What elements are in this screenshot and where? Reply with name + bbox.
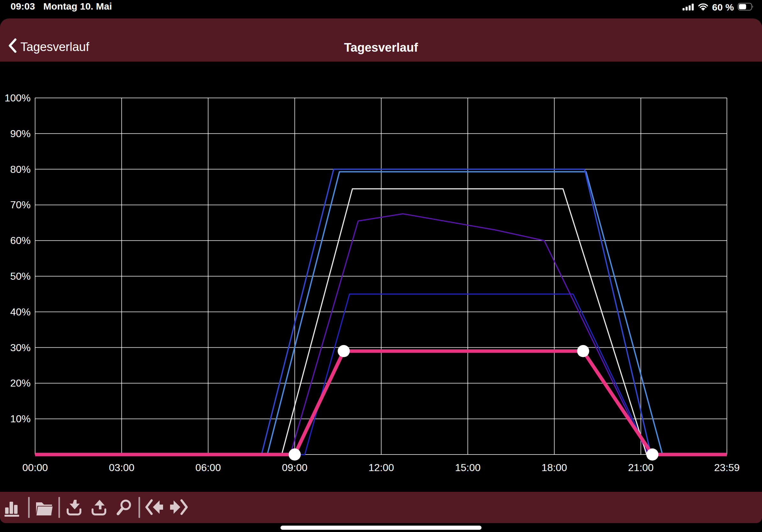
toolbar-separator <box>138 497 140 518</box>
chart-area[interactable]: 100%90%80%70%60%50%40%30%20%10%00:0003:0… <box>0 62 762 492</box>
bottom-strip <box>0 523 762 532</box>
y-axis-label: 90% <box>10 128 31 139</box>
zoom-icon <box>115 498 133 517</box>
x-axis-label: 03:00 <box>109 462 134 473</box>
series-selected-profile-marker[interactable] <box>289 448 301 461</box>
toolbar-separator <box>28 497 30 518</box>
zoom-button[interactable] <box>112 494 137 521</box>
cellular-signal-icon <box>683 2 694 13</box>
export-icon <box>90 498 109 517</box>
home-indicator[interactable] <box>280 526 482 530</box>
x-axis-label: 15:00 <box>455 462 481 473</box>
back-button[interactable]: Tagesverlauf <box>8 38 89 56</box>
y-axis-label: 30% <box>10 342 31 353</box>
x-axis-label: 18:00 <box>542 462 567 473</box>
step-forward-icon <box>170 498 189 517</box>
back-label: Tagesverlauf <box>21 40 89 54</box>
y-axis-label: 70% <box>10 199 31 211</box>
battery-percent: 60 % <box>712 2 734 13</box>
wifi-icon <box>698 2 708 13</box>
y-axis-label: 60% <box>10 235 31 246</box>
series-selected-profile-marker[interactable] <box>577 345 589 357</box>
folder-button[interactable] <box>32 494 56 521</box>
status-bar: 09:03 Montag 10. Mai 60 % <box>0 0 762 19</box>
folder-icon <box>35 498 53 517</box>
x-axis-label: 06:00 <box>195 462 221 473</box>
step-back-button[interactable] <box>142 494 167 521</box>
toolbar-separator <box>58 497 60 518</box>
toolbar <box>0 492 762 523</box>
status-left: 09:03 Montag 10. Mai <box>11 1 112 12</box>
import-icon <box>65 498 84 517</box>
series-selected-profile-marker[interactable] <box>338 345 350 357</box>
step-forward-button[interactable] <box>167 494 192 521</box>
status-date: Montag 10. Mai <box>43 1 112 12</box>
chart-button[interactable] <box>1 494 26 521</box>
y-axis-label: 20% <box>10 377 31 389</box>
y-axis-label: 80% <box>10 164 31 175</box>
x-axis-label: 00:00 <box>22 462 48 473</box>
status-time: 09:03 <box>11 1 35 12</box>
back-chevron-icon <box>8 38 17 56</box>
y-axis-label: 100% <box>4 92 31 104</box>
nav-bar: Tagesverlauf Tagesverlauf <box>0 19 762 62</box>
import-button[interactable] <box>62 494 87 521</box>
export-button[interactable] <box>87 494 112 521</box>
y-axis-label: 10% <box>10 413 31 425</box>
x-axis-label: 09:00 <box>282 462 308 473</box>
series-selected-profile-marker[interactable] <box>647 448 658 461</box>
battery-icon <box>738 2 754 13</box>
status-right: 60 % <box>683 2 754 13</box>
y-axis-label: 50% <box>10 270 31 282</box>
x-axis-label: 21:00 <box>628 462 653 473</box>
screen: 09:03 Montag 10. Mai 60 % <box>0 0 762 532</box>
step-back-icon <box>145 498 164 517</box>
chart-icon <box>4 498 23 517</box>
x-axis-label: 23:59 <box>714 462 740 473</box>
y-axis-label: 40% <box>10 306 31 318</box>
x-axis-label: 12:00 <box>369 462 394 473</box>
page-title: Tagesverlauf <box>344 41 418 54</box>
day-profile-chart[interactable]: 100%90%80%70%60%50%40%30%20%10%00:0003:0… <box>0 62 762 492</box>
